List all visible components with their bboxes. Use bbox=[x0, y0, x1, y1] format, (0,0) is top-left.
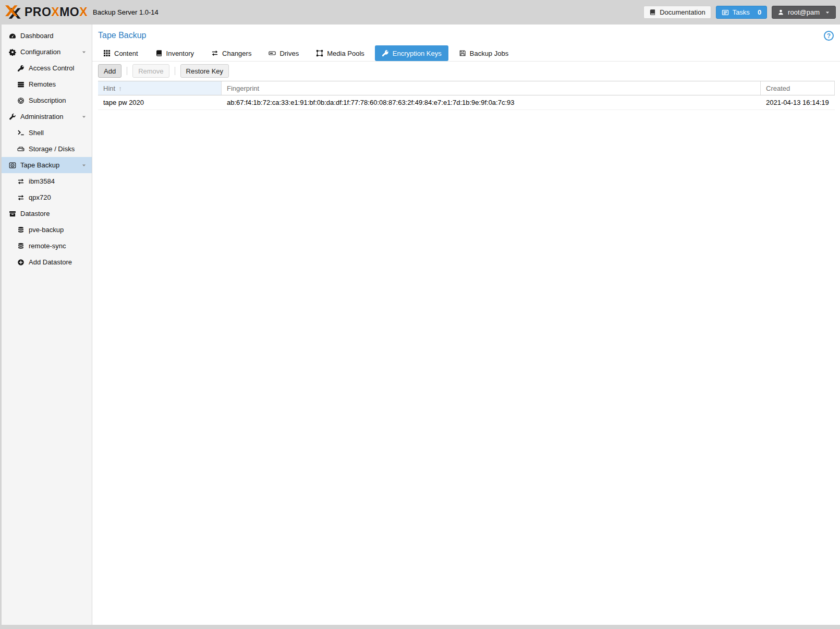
help-icon[interactable]: ? bbox=[824, 31, 834, 41]
sidebar-item-label: Administration bbox=[20, 113, 63, 120]
wordmark-segment: X bbox=[79, 5, 88, 19]
exchange-icon bbox=[211, 50, 218, 57]
tab-label: Backup Jobs bbox=[470, 50, 508, 57]
documentation-label: Documentation bbox=[660, 8, 705, 16]
sidebar-item-label: Configuration bbox=[20, 48, 60, 56]
cell-fingerprint: ab:67:f4:1b:72:ca:33:e1:91:bf:0b:da:df:1… bbox=[222, 99, 761, 106]
page-title: Tape Backup bbox=[98, 31, 147, 40]
object-group-icon bbox=[316, 50, 323, 57]
remotes-icon bbox=[16, 81, 26, 88]
column-label: Fingerprint bbox=[227, 84, 259, 92]
tab-inventory[interactable]: Inventory bbox=[149, 45, 201, 61]
tasks-count-badge: 0 bbox=[758, 8, 761, 16]
chevron-down-icon[interactable] bbox=[81, 114, 87, 119]
table-row[interactable]: tape pw 2020ab:67:f4:1b:72:ca:33:e1:91:b… bbox=[98, 95, 835, 110]
tasks-list-icon bbox=[722, 9, 729, 16]
sidebar-item-datastore[interactable]: Datastore bbox=[2, 205, 92, 222]
sidebar-item-label: Add Datastore bbox=[29, 258, 72, 266]
grid-icon bbox=[103, 50, 111, 57]
panel-header: Tape Backup bbox=[92, 25, 840, 43]
cell-hint: tape pw 2020 bbox=[98, 99, 222, 106]
sidebar-item-label: Remotes bbox=[29, 80, 56, 88]
sidebar-nav: DashboardConfigurationAccess ControlRemo… bbox=[2, 25, 92, 625]
column-header-created[interactable]: Created bbox=[761, 81, 835, 95]
table-body: tape pw 2020ab:67:f4:1b:72:ca:33:e1:91:b… bbox=[98, 95, 835, 110]
sidebar-item-label: remote-sync bbox=[29, 242, 66, 250]
tab-drives[interactable]: Drives bbox=[262, 45, 306, 61]
tab-changers[interactable]: Changers bbox=[204, 45, 258, 61]
sidebar-item-dashboard[interactable]: Dashboard bbox=[2, 28, 92, 44]
documentation-button[interactable]: Documentation bbox=[643, 6, 711, 19]
tasks-label: Tasks bbox=[733, 8, 750, 16]
sidebar-item-ibm3584[interactable]: ibm3584 bbox=[2, 173, 92, 189]
content-panel: Tape Backup ? ContentInventoryChangersDr… bbox=[92, 25, 840, 625]
tab-label: Content bbox=[114, 50, 138, 57]
column-header-hint[interactable]: Hint↑ bbox=[98, 81, 222, 95]
exchange-icon bbox=[16, 194, 26, 201]
hdd-icon bbox=[16, 146, 26, 153]
key-icon bbox=[382, 50, 389, 57]
plus-circle-icon bbox=[16, 259, 26, 266]
sidebar-item-access-control[interactable]: Access Control bbox=[2, 60, 92, 76]
datastore-icon bbox=[8, 210, 17, 217]
sidebar-item-remotes[interactable]: Remotes bbox=[2, 76, 92, 92]
app-subtitle: Backup Server 1.0-14 bbox=[93, 8, 159, 16]
sidebar-item-tape-backup[interactable]: Tape Backup bbox=[2, 157, 92, 173]
remove-button: Remove bbox=[132, 64, 169, 78]
save-icon bbox=[459, 50, 466, 57]
sidebar-item-label: Subscription bbox=[29, 96, 66, 104]
chevron-down-icon[interactable] bbox=[81, 163, 87, 168]
tab-label: Encryption Keys bbox=[393, 50, 442, 57]
sidebar-item-add-datastore[interactable]: Add Datastore bbox=[2, 254, 92, 270]
sidebar-item-subscription[interactable]: Subscription bbox=[2, 92, 92, 108]
proxmox-backup-server-app: PROXMOX Backup Server 1.0-14 Documentati… bbox=[0, 0, 840, 629]
header-actions: Documentation Tasks 0 root@pam bbox=[643, 6, 836, 19]
drive-icon bbox=[269, 50, 276, 57]
toolbar: AddRemoveRestore Key bbox=[92, 61, 840, 81]
sidebar-item-qpx720[interactable]: qpx720 bbox=[2, 189, 92, 205]
sidebar-item-administration[interactable]: Administration bbox=[2, 108, 92, 125]
user-menu-button[interactable]: root@pam bbox=[772, 6, 836, 19]
table-header-row: Hint↑FingerprintCreated bbox=[98, 81, 835, 95]
tab-backup-jobs[interactable]: Backup Jobs bbox=[452, 45, 515, 61]
sidebar-item-configuration[interactable]: Configuration bbox=[2, 44, 92, 60]
sidebar-item-storage-disks[interactable]: Storage / Disks bbox=[2, 141, 92, 157]
user-label: root@pam bbox=[788, 8, 820, 16]
proxmox-x-logo-icon bbox=[5, 5, 21, 19]
tab-label: Media Pools bbox=[327, 50, 364, 57]
column-label: Hint bbox=[103, 84, 115, 92]
tab-label: Drives bbox=[279, 50, 299, 57]
sidebar-item-label: Access Control bbox=[29, 64, 74, 72]
dashboard-icon bbox=[8, 32, 17, 40]
sidebar-item-pve-backup[interactable]: pve-backup bbox=[2, 222, 92, 238]
sidebar-item-label: qpx720 bbox=[29, 193, 51, 201]
tab-content[interactable]: Content bbox=[96, 45, 145, 61]
sidebar-item-label: Storage / Disks bbox=[29, 145, 75, 153]
tab-label: Inventory bbox=[166, 50, 194, 57]
key-icon bbox=[16, 65, 26, 72]
sidebar-item-shell[interactable]: Shell bbox=[2, 125, 92, 141]
proxmox-logo: PROXMOX bbox=[5, 5, 88, 19]
life-ring-icon bbox=[16, 97, 26, 104]
user-icon bbox=[777, 9, 784, 16]
cell-created: 2021-04-13 16:14:19 bbox=[761, 99, 835, 106]
column-label: Created bbox=[766, 84, 790, 92]
column-header-fingerprint[interactable]: Fingerprint bbox=[222, 81, 761, 95]
wordmark-segment: X bbox=[51, 5, 59, 19]
chevron-down-icon[interactable] bbox=[81, 50, 87, 55]
wordmark-segment: PRO bbox=[25, 5, 51, 19]
book-icon bbox=[155, 50, 163, 57]
tab-encryption-keys[interactable]: Encryption Keys bbox=[375, 45, 448, 61]
add-button[interactable]: Add bbox=[98, 64, 121, 78]
sidebar-item-remote-sync[interactable]: remote-sync bbox=[2, 238, 92, 254]
sidebar-item-label: Datastore bbox=[20, 210, 50, 217]
toolbar-separator bbox=[127, 67, 127, 75]
tab-media-pools[interactable]: Media Pools bbox=[309, 45, 371, 61]
restore-key-button[interactable]: Restore Key bbox=[180, 64, 229, 78]
terminal-icon bbox=[16, 129, 26, 137]
sidebar-item-label: Shell bbox=[29, 129, 44, 137]
tasks-button[interactable]: Tasks 0 bbox=[716, 6, 767, 19]
sidebar-item-label: pve-backup bbox=[29, 226, 64, 234]
chevron-down-icon bbox=[825, 10, 830, 15]
gears-icon bbox=[8, 49, 17, 56]
